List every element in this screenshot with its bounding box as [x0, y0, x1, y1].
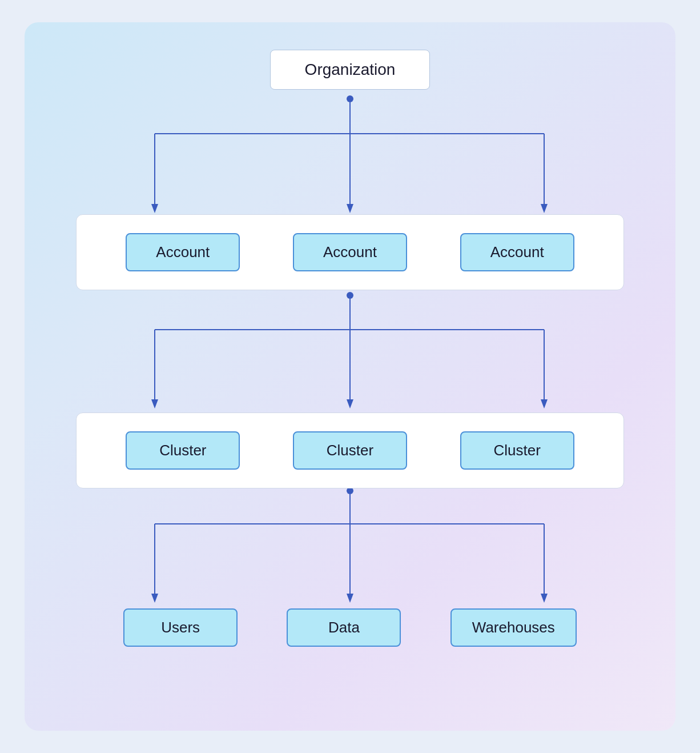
warehouses-node: Warehouses [450, 608, 577, 647]
arrow-account1 [151, 204, 158, 213]
arrow-data [347, 594, 353, 603]
arrow-account2 [347, 204, 353, 213]
data-node: Data [287, 608, 401, 647]
leaf-row: Users Data Warehouses [76, 608, 624, 647]
organization-node: Organization [270, 50, 431, 90]
cluster-node-3: Cluster [460, 431, 574, 470]
cluster-node-1: Cluster [126, 431, 240, 470]
account-node-2: Account [293, 233, 407, 271]
account-node-3: Account [460, 233, 574, 271]
arrow-cluster1 [151, 399, 158, 408]
arrow-warehouses [541, 594, 548, 603]
cluster-node-2: Cluster [293, 431, 407, 470]
account-node-1: Account [126, 233, 240, 271]
organization-label: Organization [305, 61, 396, 78]
account-group: Account Account Account [76, 214, 624, 290]
arrow-users [151, 594, 158, 603]
arrow-account3 [541, 204, 548, 213]
users-node: Users [123, 608, 238, 647]
canvas: Organization Account Account Account Clu… [25, 22, 675, 731]
dot-org [347, 95, 353, 102]
arrow-cluster2 [347, 399, 353, 408]
arrow-cluster3 [541, 399, 548, 408]
dot-accounts [347, 292, 353, 299]
cluster-group: Cluster Cluster Cluster [76, 412, 624, 488]
